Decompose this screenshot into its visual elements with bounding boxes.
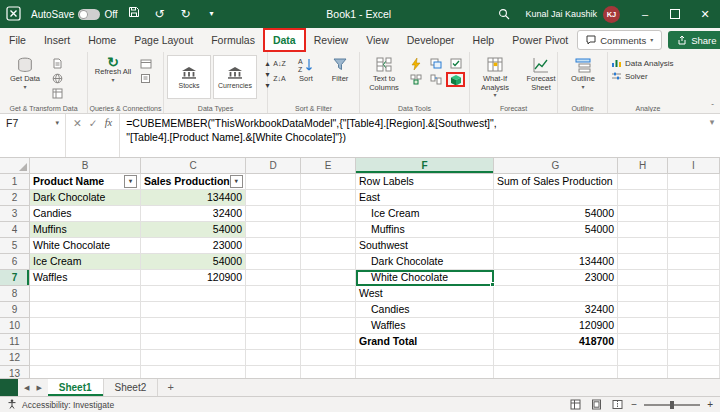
empty-cell[interactable]	[246, 174, 301, 190]
empty-cell[interactable]	[301, 334, 356, 350]
empty-cell[interactable]	[668, 350, 720, 366]
row-header-2[interactable]: 2	[0, 190, 30, 206]
comments-button[interactable]: Comments ▾	[577, 30, 662, 50]
close-button[interactable]: ✕	[690, 0, 720, 28]
cell-C5[interactable]: 23000	[141, 238, 246, 254]
redo-icon[interactable]: ↻	[176, 0, 196, 28]
filter-dropdown-icon[interactable]: ▾	[230, 175, 243, 188]
flash-fill-icon[interactable]	[407, 57, 424, 70]
empty-cell[interactable]	[301, 350, 356, 366]
cell-B2[interactable]: Dark Chocolate	[30, 190, 141, 206]
avatar[interactable]: KJ	[603, 6, 620, 23]
outline-button[interactable]: Outline ▾	[561, 55, 605, 90]
previous-sheet-icon[interactable]: ◀	[24, 384, 29, 392]
sort-az-icon[interactable]: A↓Z	[271, 57, 288, 70]
row-header-7[interactable]: 7	[0, 270, 30, 286]
cancel-icon[interactable]: ✕	[73, 117, 82, 129]
cell-F11[interactable]: Grand Total	[356, 334, 494, 350]
empty-cell[interactable]	[668, 222, 720, 238]
row-header-5[interactable]: 5	[0, 238, 30, 254]
empty-cell[interactable]	[30, 318, 141, 334]
empty-cell[interactable]	[246, 206, 301, 222]
share-button[interactable]: Share ▾	[668, 31, 720, 49]
next-sheet-icon[interactable]: ▶	[36, 384, 41, 392]
empty-cell[interactable]	[141, 334, 246, 350]
cell-F10[interactable]: Waffles	[356, 318, 494, 334]
empty-cell[interactable]	[668, 190, 720, 206]
empty-cell[interactable]	[668, 302, 720, 318]
cell-F3[interactable]: Ice Cream	[356, 206, 494, 222]
empty-cell[interactable]	[246, 302, 301, 318]
cell-C6[interactable]: 54000	[141, 254, 246, 270]
empty-cell[interactable]	[618, 366, 668, 378]
row-header-11[interactable]: 11	[0, 334, 30, 350]
empty-cell[interactable]	[668, 366, 720, 378]
empty-cell[interactable]	[30, 350, 141, 366]
empty-cell[interactable]	[301, 174, 356, 190]
formula-input[interactable]: =CUBEMEMBER("ThisWorkbookDataModel",{"[T…	[120, 114, 704, 157]
empty-cell[interactable]	[246, 350, 301, 366]
accessibility-status[interactable]: Accessibility: Investigate	[22, 400, 114, 410]
cell-G6[interactable]: 134400	[494, 254, 618, 270]
cell-C1[interactable]: Sales Production▾	[141, 174, 246, 190]
tab-page-layout[interactable]: Page Layout	[125, 29, 202, 51]
zoom-out-icon[interactable]: −	[631, 400, 637, 410]
empty-cell[interactable]	[618, 270, 668, 286]
cell-F1[interactable]: Row Labels	[356, 174, 494, 190]
cell-G9[interactable]: 32400	[494, 302, 618, 318]
cell-F8[interactable]: West	[356, 286, 494, 302]
empty-cell[interactable]	[618, 254, 668, 270]
empty-cell[interactable]	[141, 318, 246, 334]
user-name[interactable]: Kunal Jai Kaushik	[525, 9, 597, 19]
cell-F9[interactable]: Candies	[356, 302, 494, 318]
cell-B1[interactable]: Product Name▾	[30, 174, 141, 190]
sheet-tab-sheet1[interactable]: Sheet1	[48, 379, 104, 396]
cell-F7-selected[interactable]: White Chocolate	[356, 270, 494, 286]
currencies-button[interactable]: Currencies	[213, 55, 257, 99]
row-header-8[interactable]: 8	[0, 286, 30, 302]
cell-C3[interactable]: 32400	[141, 206, 246, 222]
cell-B4[interactable]: Muffins	[30, 222, 141, 238]
empty-cell[interactable]	[301, 286, 356, 302]
empty-cell[interactable]	[618, 222, 668, 238]
cell-G1[interactable]: Sum of Sales Production	[494, 174, 618, 190]
empty-cell[interactable]	[246, 366, 301, 378]
remove-duplicates-icon[interactable]	[427, 57, 444, 70]
cell-G11[interactable]: 418700	[494, 334, 618, 350]
page-break-view-icon[interactable]	[610, 399, 624, 411]
col-header-C[interactable]: C	[141, 158, 246, 174]
cell-B3[interactable]: Candies	[30, 206, 141, 222]
col-header-F[interactable]: F	[356, 158, 494, 174]
tab-view[interactable]: View	[357, 29, 398, 51]
empty-cell[interactable]	[668, 334, 720, 350]
cell-F6[interactable]: Dark Chocolate	[356, 254, 494, 270]
empty-cell[interactable]	[246, 238, 301, 254]
cell-B5[interactable]: White Chocolate	[30, 238, 141, 254]
queries-connections-icon[interactable]	[137, 57, 154, 70]
stocks-button[interactable]: Stocks	[167, 55, 211, 99]
cell-G10[interactable]: 120900	[494, 318, 618, 334]
empty-cell[interactable]	[618, 318, 668, 334]
empty-cell[interactable]	[494, 350, 618, 366]
empty-cell[interactable]	[141, 286, 246, 302]
empty-cell[interactable]	[141, 366, 246, 378]
row-header-9[interactable]: 9	[0, 302, 30, 318]
empty-cell[interactable]	[246, 190, 301, 206]
data-analysis-button[interactable]: Data Analysis	[611, 58, 673, 68]
empty-cell[interactable]	[618, 174, 668, 190]
empty-cell[interactable]	[618, 302, 668, 318]
from-table-range-icon[interactable]	[49, 87, 66, 100]
zoom-in-icon[interactable]: +	[707, 400, 713, 410]
select-all-corner[interactable]	[0, 158, 30, 174]
empty-cell[interactable]	[668, 206, 720, 222]
from-text-csv-icon[interactable]	[49, 57, 66, 70]
empty-cell[interactable]	[668, 254, 720, 270]
col-header-H[interactable]: H	[618, 158, 668, 174]
minimize-button[interactable]: –	[630, 0, 660, 28]
tab-review[interactable]: Review	[305, 29, 357, 51]
cell-B6[interactable]: Ice Cream	[30, 254, 141, 270]
tab-insert[interactable]: Insert	[35, 29, 79, 51]
maximize-button[interactable]	[660, 0, 690, 28]
empty-cell[interactable]	[246, 254, 301, 270]
empty-cell[interactable]	[301, 254, 356, 270]
